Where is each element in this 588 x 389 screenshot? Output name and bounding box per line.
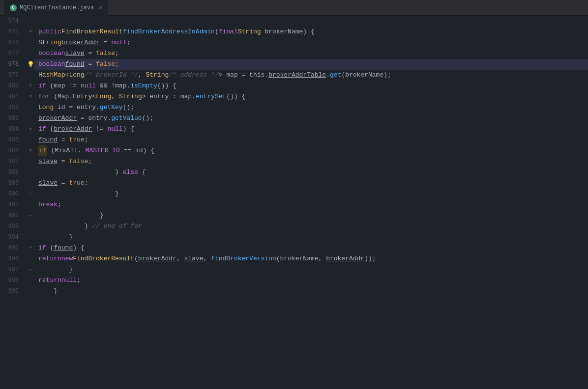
code-line: } [34,286,588,297]
gutter-cell [26,178,35,189]
code-line: } // end of for [34,221,588,232]
code-line: break; [34,199,588,210]
line-number: 999 [0,286,23,297]
code-line: return new FindBrokerResult(brokerAddr, … [34,253,588,264]
gutter-cell [26,167,35,178]
java-file-icon: C [10,4,17,11]
gutter-cell [26,113,35,124]
code-line: String brokerAddr = null; [34,37,588,48]
line-number: 983 [0,113,23,124]
line-number: 992 [0,210,23,221]
editor-body: 9749759769779789799809819829839849859869… [0,16,588,389]
line-number: 980 [0,81,23,91]
gutter-cell [26,264,35,275]
gutter-cell [26,16,35,27]
code-line: boolean slave = false; [34,48,588,59]
gutter-cell [26,70,35,81]
line-number: 981 [0,91,23,102]
gutter-cell [26,210,35,221]
code-line: return null; [34,275,588,286]
line-number: 976 [0,37,23,48]
line-number: 982 [0,102,23,113]
line-numbers: 9749759769779789799809819829839849859869… [0,16,26,389]
gutter-cell [26,91,35,102]
gutter-cell [26,286,35,297]
line-number: 994 [0,232,23,243]
code-line: if (map != null && !map.isEmpty()) { [34,81,588,91]
gutter-cell [26,124,35,135]
code-line: } [34,264,588,275]
code-line: public FindBrokerResult findBrokerAddres… [34,27,588,37]
code-area[interactable]: https://blog.csdn.net/prestigeding publi… [34,16,588,389]
gutter-cell [26,243,35,253]
line-number: 974 [0,16,23,27]
code-line [34,16,588,27]
code-line: } [34,210,588,221]
line-number: 993 [0,221,23,232]
gutter: 💡 [26,16,34,389]
code-line: } [34,232,588,243]
code-line: if (brokerAddr != null) { [34,124,588,135]
title-bar: C MQClientInstance.java ✕ [0,0,588,16]
tab-close-button[interactable]: ✕ [99,4,102,11]
code-line: boolean found = false; [34,59,588,70]
file-tab[interactable]: C MQClientInstance.java ✕ [4,0,108,16]
line-number: 988 [0,167,23,178]
line-number: 977 [0,48,23,59]
gutter-cell [26,145,35,156]
gutter-cell [26,48,35,59]
code-line: for (Map.Entry<Long, String> entry : map… [34,91,588,102]
line-number: 979 [0,70,23,81]
line-number: 995 [0,243,23,253]
gutter-cell [26,221,35,232]
gutter-cell: 💡 [26,59,35,70]
gutter-cell [26,156,35,167]
code-line: } else { [34,167,588,178]
line-number: 990 [0,189,23,199]
tab-label: MQClientInstance.java [20,4,94,11]
line-number: 997 [0,264,23,275]
line-number: 996 [0,253,23,264]
gutter-cell [26,81,35,91]
line-number: 989 [0,178,23,189]
code-line: brokerAddr = entry.getValue(); [34,113,588,124]
code-line: HashMap<Long/* brokerId */, String/* add… [34,70,588,81]
gutter-cell [26,189,35,199]
line-number: 986 [0,145,23,156]
line-number: 998 [0,275,23,286]
code-line: if (MixAll. MASTER_ID == id) { [34,145,588,156]
code-line: slave = false; [34,156,588,167]
line-number: 987 [0,156,23,167]
line-number: 978 [0,59,23,70]
code-line: if (found) { [34,243,588,253]
gutter-cell [26,199,35,210]
gutter-cell [26,37,35,48]
gutter-cell [26,135,35,145]
code-line: slave = true; [34,178,588,189]
gutter-cell [26,275,35,286]
gutter-cell [26,27,35,37]
gutter-cell [26,253,35,264]
code-line: found = true; [34,135,588,145]
line-number: 991 [0,199,23,210]
gutter-cell [26,102,35,113]
code-line: Long id = entry.getKey(); [34,102,588,113]
code-line: } [34,189,588,199]
line-number: 984 [0,124,23,135]
line-number: 975 [0,27,23,37]
line-number: 985 [0,135,23,145]
gutter-cell [26,232,35,243]
